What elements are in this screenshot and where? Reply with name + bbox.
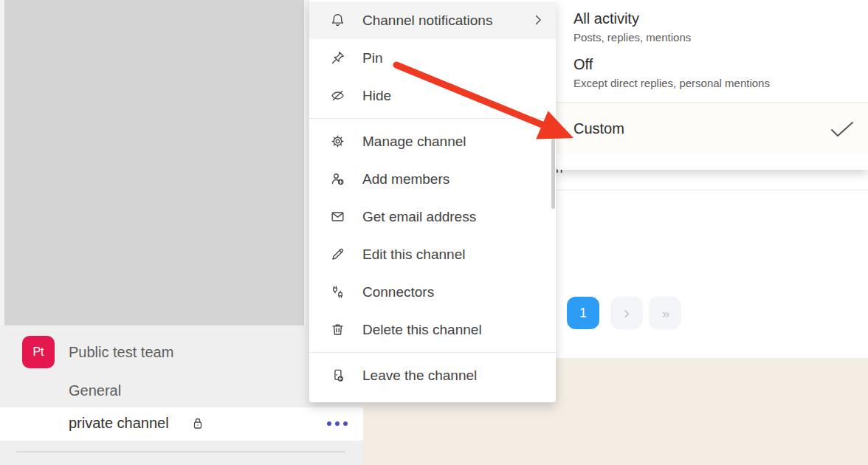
pagination-last-icon[interactable]: » — [649, 297, 681, 329]
menu-item-label: Hide — [362, 88, 391, 104]
menu-item-leave-the-channel[interactable]: Leave the channel — [309, 356, 556, 394]
menu-item-hide[interactable]: Hide — [309, 77, 556, 114]
pagination-page-1-button[interactable]: 1 — [567, 297, 599, 329]
envelope-icon — [330, 209, 345, 224]
trash-icon — [330, 322, 345, 337]
menu-item-label: Add members — [362, 171, 450, 187]
bell-icon — [330, 13, 345, 28]
gear-icon — [330, 134, 345, 149]
channel-context-menu: Channel notifications Pin — [309, 0, 556, 402]
leave-icon — [330, 368, 345, 383]
menu-item-label: Leave the channel — [362, 368, 477, 384]
private-channel-label: private channel — [69, 415, 169, 432]
option-title: All activity — [574, 8, 868, 29]
pagination-next-icon[interactable]: › — [610, 297, 643, 329]
menu-item-pin[interactable]: Pin — [309, 39, 556, 77]
menu-item-label: Pin — [362, 50, 382, 66]
eye-off-icon — [330, 88, 345, 103]
menu-item-manage-channel[interactable]: Manage channel — [309, 123, 556, 160]
lock-icon — [190, 416, 205, 434]
person-add-icon — [330, 171, 345, 187]
menu-item-label: Manage channel — [362, 134, 466, 150]
sidebar-item-general[interactable]: General — [69, 382, 121, 399]
chevron-right-icon — [533, 13, 544, 27]
menu-item-connectors[interactable]: Connectors — [309, 273, 556, 311]
checkmark-icon — [830, 120, 855, 142]
option-title: Custom — [574, 120, 624, 137]
pin-icon — [330, 50, 345, 66]
menu-divider — [309, 352, 556, 353]
team-name[interactable]: Public test team — [69, 344, 173, 361]
channel-notifications-submenu: All activity Posts, replies, mentions Of… — [556, 0, 868, 170]
menu-item-label: Get email address — [362, 209, 476, 225]
plug-icon — [330, 284, 345, 300]
menu-item-label: Edit this channel — [362, 247, 465, 263]
menu-item-get-email-address[interactable]: Get email address — [309, 198, 556, 235]
menu-item-channel-notifications[interactable]: Channel notifications — [309, 1, 556, 39]
team-avatar[interactable]: Pt — [22, 336, 55, 368]
menu-scrollbar-thumb[interactable] — [551, 139, 555, 209]
channel-more-options-icon[interactable] — [327, 421, 348, 426]
blank-content-placeholder — [4, 0, 304, 326]
submenu-option-custom[interactable]: Custom — [556, 103, 868, 155]
menu-divider — [309, 118, 556, 119]
option-subtitle: Posts, replies, mentions — [574, 29, 868, 46]
teams-screenshot: DATE h 1 › » Pt Public test team General… — [0, 0, 868, 465]
sidebar-item-private-channel[interactable]: private channel — [0, 407, 363, 441]
submenu-option-off[interactable]: Off Except direct replies, personal ment… — [556, 46, 868, 92]
option-title: Off — [574, 54, 868, 75]
submenu-option-all-activity[interactable]: All activity Posts, replies, mentions — [556, 0, 868, 46]
menu-item-delete-this-channel[interactable]: Delete this channel — [309, 311, 556, 348]
menu-item-label: Connectors — [362, 284, 434, 300]
menu-item-label: Delete this channel — [362, 322, 482, 338]
sidebar-divider — [16, 451, 345, 452]
option-subtitle: Except direct replies, personal mentions — [574, 75, 868, 92]
menu-item-label: Channel notifications — [362, 13, 492, 29]
menu-item-edit-this-channel[interactable]: Edit this channel — [309, 235, 556, 273]
pencil-icon — [330, 247, 345, 262]
menu-item-add-members[interactable]: Add members — [309, 160, 556, 198]
